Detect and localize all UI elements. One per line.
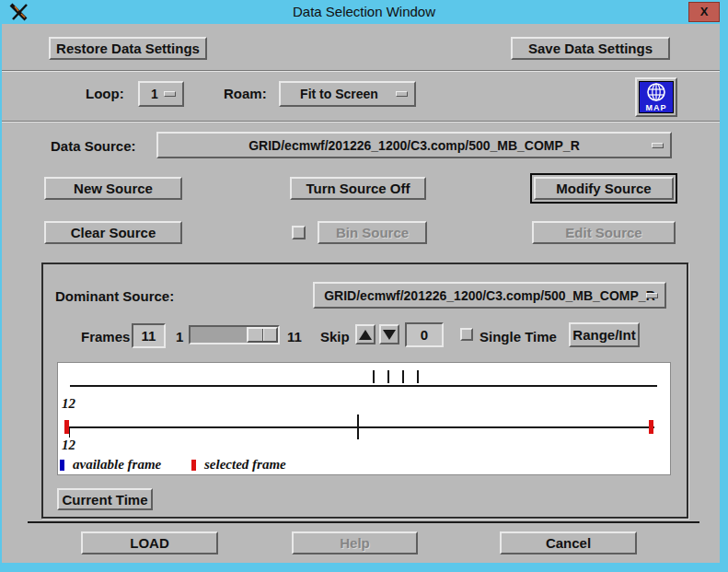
slider-max-label: 11 [287,329,302,344]
slider-min-label: 1 [176,329,183,344]
map-icon-text: MAP [646,104,667,112]
dominant-source-label: Dominant Source: [55,288,174,304]
selected-frames-line [65,426,654,428]
selected-frame-swatch [191,460,196,471]
option-menu-dash-icon [652,143,664,148]
dominant-source-option-menu[interactable]: GRID/ecmwf/201226_1200/C3.comp/500_MB_CO… [313,282,666,309]
timeline-cursor[interactable] [357,414,359,439]
turn-source-off-button[interactable]: Turn Source Off [290,177,426,200]
map-button[interactable]: MAP [635,77,677,117]
skip-up-icon [359,330,372,340]
skip-label: Skip [320,329,350,344]
selected-frame-label: selected frame [204,457,286,473]
separator [2,70,720,72]
timeline-end-time: 12 [62,438,75,453]
new-source-button[interactable]: New Source [44,177,182,200]
loop-option-menu[interactable]: 1 [138,81,184,107]
save-data-settings-button[interactable]: Save Data Settings [511,37,670,60]
modify-source-button[interactable]: Modify Source [534,177,674,200]
legend-selected: selected frame [191,457,286,473]
roam-option-menu[interactable]: Fit to Screen [279,81,416,107]
available-frame-swatch [60,460,64,471]
available-frame-label: available frame [73,457,161,473]
titlebar: Data Selection Window X [0,0,728,24]
cancel-button[interactable]: Cancel [500,531,637,554]
roam-label: Roam: [224,86,267,101]
close-button[interactable]: X [688,2,720,22]
edit-source-button[interactable]: Edit Source [532,221,676,244]
timeline-subtick [69,428,70,438]
map-icon: MAP [639,81,674,113]
timeline-panel: 12 12 available frame selected frame [57,362,671,475]
load-button[interactable]: LOAD [81,531,218,554]
available-frame-tick [387,370,389,383]
footer-separator [28,521,699,523]
frames-label: Frames [81,329,130,344]
single-time-label: Single Time [480,329,557,344]
help-button[interactable]: Help [292,531,418,554]
available-frame-tick [373,370,375,383]
data-source-value: GRID/ecmwf/201226_1200/C3.comp/500_MB_CO… [248,138,580,153]
window-title: Data Selection Window [0,4,728,19]
timeline-start-time: 12 [62,396,75,412]
separator [2,121,720,123]
available-frame-tick [402,370,404,383]
window-body: Restore Data Settings Save Data Settings… [2,24,720,563]
loop-label: Loop: [86,86,124,101]
dominant-source-value: GRID/ecmwf/201226_1200/C3.comp/500_MB_CO… [324,288,655,303]
skip-up-button[interactable] [355,324,376,344]
modify-source-default-ring: Modify Source [530,173,677,204]
option-menu-dash-icon [646,293,658,298]
loop-value: 1 [151,87,158,101]
option-menu-dash-icon [164,91,176,97]
frames-count-field[interactable]: 11 [132,323,166,348]
range-int-button[interactable]: Range/Int [569,322,640,347]
option-menu-dash-icon [396,91,408,97]
selected-frame-mark [64,420,69,434]
available-frame-tick [417,370,419,383]
current-time-button[interactable]: Current Time [57,488,153,510]
frames-slider-thumb[interactable] [247,327,278,343]
selected-frame-mark [649,420,653,434]
restore-data-settings-button[interactable]: Restore Data Settings [49,37,207,60]
bin-source-button[interactable]: Bin Source [318,221,427,244]
clear-source-button[interactable]: Clear Source [44,221,182,244]
skip-value-field[interactable]: 0 [405,322,444,347]
single-time-checkbox[interactable] [460,328,473,341]
available-frames-line [70,385,657,387]
legend-available: available frame [60,457,161,473]
roam-value: Fit to Screen [300,87,378,101]
frames-slider[interactable] [189,325,280,344]
data-source-label: Data Source: [51,138,136,154]
bin-source-checkbox[interactable] [292,226,306,239]
skip-down-button[interactable] [379,324,399,344]
data-source-option-menu[interactable]: GRID/ecmwf/201226_1200/C3.comp/500_MB_CO… [156,132,672,158]
skip-down-icon [383,330,396,340]
data-selection-window: Data Selection Window X Restore Data Set… [0,0,728,572]
